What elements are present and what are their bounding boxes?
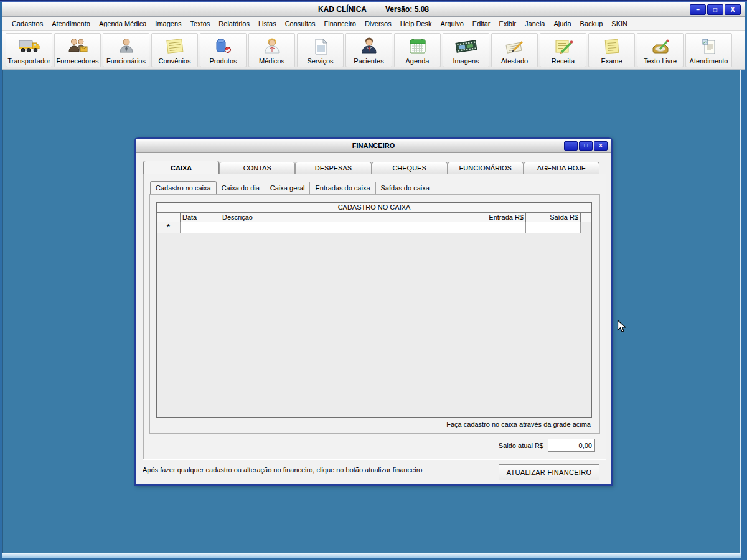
maximize-button[interactable]: □ bbox=[707, 4, 723, 15]
menu-item-exibir[interactable]: Exibir bbox=[495, 20, 521, 27]
menu-bar: CadastrosAtendimentoAgenda MédicaImagens… bbox=[2, 17, 745, 31]
tray-pencil-icon bbox=[648, 36, 673, 57]
menu-item-diversos[interactable]: Diversos bbox=[360, 20, 396, 27]
menu-item-atendimento[interactable]: Atendimento bbox=[47, 20, 95, 27]
dialog-title-bar[interactable]: FINANCEIRO –□X bbox=[136, 139, 611, 153]
dialog-body: CAIXACONTASDESPESASCHEQUESFUNCIONÁRIOSAG… bbox=[136, 153, 611, 484]
toolbar-button-funcionarios[interactable]: Funcionários bbox=[103, 33, 149, 67]
menu-item-janela[interactable]: Janela bbox=[520, 20, 549, 27]
saldo-input[interactable] bbox=[548, 439, 595, 452]
toolbar-button-agenda[interactable]: Agenda bbox=[394, 33, 441, 67]
toolbar-button-atendimento[interactable]: Atendimento bbox=[685, 33, 732, 67]
toolbar-button-label: Fornecedores bbox=[57, 57, 99, 65]
tab-agenda-hoje[interactable]: AGENDA HOJE bbox=[524, 162, 599, 174]
grid-header-row: DataDescriçãoEntrada R$Saída R$ bbox=[157, 213, 591, 222]
subtab-cadastro-no-caixa[interactable]: Cadastro no caixa bbox=[150, 181, 217, 194]
tab-cheques[interactable]: CHEQUES bbox=[372, 162, 448, 174]
new-row-marker[interactable]: * bbox=[157, 222, 181, 233]
lined-note-icon bbox=[599, 36, 624, 57]
toolbar-button-label: Exame bbox=[601, 57, 622, 65]
saldo-label: Saldo atual R$ bbox=[499, 442, 543, 449]
subtab-entradas-do-caixa[interactable]: Entradas do caixa bbox=[310, 182, 375, 194]
menu-item-help-desk[interactable]: Help Desk bbox=[396, 20, 436, 27]
toolbar-button-produtos[interactable]: Produtos bbox=[200, 33, 247, 67]
cadastro-no-caixa-page: CADASTRO NO CAIXA DataDescriçãoEntrada R… bbox=[149, 194, 600, 434]
grid-cell-entrada-r[interactable] bbox=[471, 222, 526, 233]
menu-item-listas[interactable]: Listas bbox=[254, 20, 281, 27]
tab-funcionarios[interactable]: FUNCIONÁRIOS bbox=[448, 162, 524, 174]
atualizar-financeiro-button[interactable]: ATUALIZAR FINANCEIRO bbox=[499, 464, 599, 480]
calendar-icon bbox=[405, 36, 430, 57]
close-button[interactable]: X bbox=[725, 4, 741, 15]
note-pencil-icon bbox=[551, 36, 576, 57]
grid-cell-filler bbox=[581, 222, 591, 233]
filmstrip-icon bbox=[454, 36, 479, 57]
menu-item-financeiro[interactable]: Financeiro bbox=[320, 20, 360, 27]
toolbar-button-texto-livre[interactable]: Texto Livre bbox=[637, 33, 684, 67]
toolbar-button-servicos[interactable]: Serviços bbox=[297, 33, 344, 67]
toolbar-button-convenios[interactable]: Convênios bbox=[151, 33, 198, 67]
caixa-tab-page: Cadastro no caixaCaixa do diaCaixa geral… bbox=[143, 174, 606, 459]
menu-item-cadastros[interactable]: Cadastros bbox=[7, 20, 47, 27]
grid-col-filler bbox=[581, 213, 591, 222]
toolbar-button-exame[interactable]: Exame bbox=[588, 33, 635, 67]
window-bottom-border bbox=[2, 553, 741, 558]
toolbar-button-label: Serviços bbox=[307, 57, 333, 65]
mouse-cursor bbox=[617, 320, 626, 334]
tab-caixa[interactable]: CAIXA bbox=[143, 161, 219, 174]
saldo-row: Saldo atual R$ bbox=[499, 439, 595, 452]
subtab-caixa-do-dia[interactable]: Caixa do dia bbox=[217, 182, 265, 194]
toolbar-button-label: Produtos bbox=[209, 57, 237, 65]
subtab-caixa-geral[interactable]: Caixa geral bbox=[265, 182, 311, 194]
toolbar-button-label: Convênios bbox=[159, 57, 191, 65]
toolbar-button-fornecedores[interactable]: Fornecedores bbox=[54, 33, 101, 67]
menu-item-backup[interactable]: Backup bbox=[576, 20, 608, 27]
people-pair-icon bbox=[65, 36, 90, 57]
doc-badge-icon bbox=[697, 36, 721, 57]
window-title: KAD CLÍNICA Versão: 5.08 bbox=[318, 5, 429, 14]
grid-hint-text: Faça cadastro no caixa através da grade … bbox=[446, 421, 591, 428]
grid-cell-data[interactable] bbox=[181, 222, 220, 233]
toolbar-button-label: Agenda bbox=[406, 57, 430, 65]
toolbar-button-label: Texto Livre bbox=[644, 57, 677, 65]
grid-cell-descricao[interactable] bbox=[220, 222, 471, 233]
toolbar-button-medicos[interactable]: Médicos bbox=[248, 33, 295, 67]
toolbar-button-transportador[interactable]: Transportador bbox=[6, 33, 52, 67]
close-button[interactable]: X bbox=[594, 141, 608, 151]
menu-item-consultas[interactable]: Consultas bbox=[281, 20, 320, 27]
doctor-icon bbox=[260, 36, 284, 57]
menu-item-skin[interactable]: SKIN bbox=[607, 20, 632, 27]
dialog-controls: –□X bbox=[564, 141, 608, 151]
pen-paper-icon bbox=[502, 36, 527, 57]
grid-col-selector bbox=[157, 213, 181, 222]
maximize-button[interactable]: □ bbox=[579, 141, 593, 151]
minimize-button[interactable]: – bbox=[690, 4, 706, 15]
menu-item-arquivo[interactable]: Arquivo bbox=[436, 20, 467, 27]
menu-item-agenda-medica[interactable]: Agenda Médica bbox=[95, 20, 151, 27]
application-window: KAD CLÍNICA Versão: 5.08 –□X CadastrosAt… bbox=[0, 0, 747, 560]
minimize-button[interactable]: – bbox=[564, 141, 578, 151]
grid-col-descricao: Descrição bbox=[220, 213, 471, 222]
menu-item-imagens[interactable]: Imagens bbox=[151, 20, 186, 27]
toolbar-button-receita[interactable]: Receita bbox=[540, 33, 586, 67]
caixa-grid[interactable]: CADASTRO NO CAIXA DataDescriçãoEntrada R… bbox=[156, 202, 592, 418]
menu-item-ajuda[interactable]: Ajuda bbox=[549, 20, 575, 27]
toolbar-button-label: Receita bbox=[552, 57, 575, 65]
menu-item-relatorios[interactable]: Relatórios bbox=[214, 20, 254, 27]
menu-item-textos[interactable]: Textos bbox=[186, 20, 215, 27]
tab-despesas[interactable]: DESPESAS bbox=[295, 162, 371, 174]
toolbar-button-atestado[interactable]: Atestado bbox=[491, 33, 538, 67]
menu-item-editar[interactable]: Editar bbox=[468, 20, 495, 27]
subtab-saidas-do-caixa[interactable]: Saídas do caixa bbox=[376, 182, 435, 194]
toolbar-button-imagens[interactable]: Imagens bbox=[443, 33, 489, 67]
toolbar-button-label: Funcionários bbox=[106, 57, 146, 65]
grid-cell-saida-r[interactable] bbox=[526, 222, 581, 233]
grid-col-entrada-r: Entrada R$ bbox=[471, 213, 526, 222]
tab-contas[interactable]: CONTAS bbox=[219, 162, 295, 174]
grid-new-row[interactable]: * bbox=[157, 222, 591, 233]
toolbar-button-label: Atendimento bbox=[690, 57, 728, 65]
toolbar-button-pacientes[interactable]: Pacientes bbox=[345, 33, 392, 67]
footer-note: Após fazer qualquer cadastro ou alteraçã… bbox=[143, 466, 422, 474]
caixa-subtabs: Cadastro no caixaCaixa do diaCaixa geral… bbox=[150, 181, 435, 194]
title-bar: KAD CLÍNICA Versão: 5.08 –□X bbox=[2, 2, 745, 17]
